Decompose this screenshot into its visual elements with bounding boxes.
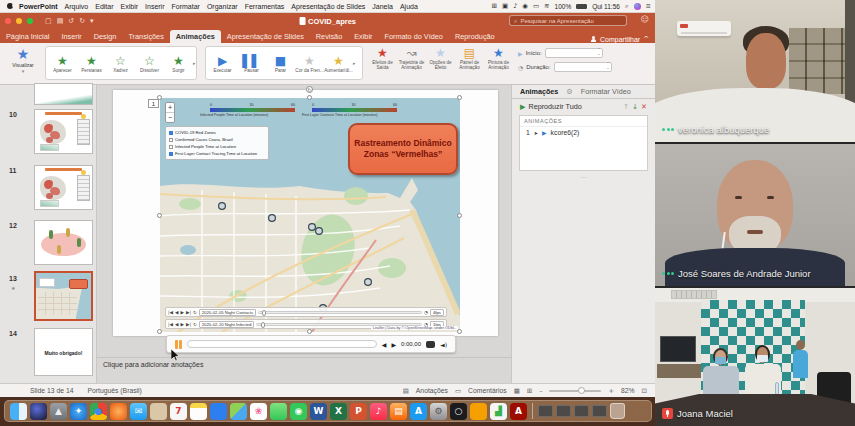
toolbar-caret-icon[interactable]: ▾ — [90, 17, 94, 25]
audio-icon[interactable]: ♪ — [513, 2, 517, 10]
fit-slide-icon[interactable]: ⊡ — [642, 387, 647, 395]
map-zoom-out-button[interactable]: − — [166, 112, 174, 122]
view-normal-icon[interactable]: ▦ — [514, 387, 520, 395]
effect-item[interactable]: ☆ Xadrez — [106, 54, 135, 73]
dock-app-icon[interactable]: ▲ — [50, 403, 67, 420]
dock-app-icon[interactable]: ⚙ — [430, 403, 447, 420]
dock-app-icon[interactable]: ♪ — [370, 403, 387, 420]
timeline-fps[interactable]: 4fps — [430, 309, 444, 316]
zoom-window-button[interactable] — [27, 18, 33, 24]
selection-handle[interactable] — [457, 213, 462, 218]
menubar-item[interactable]: Janela — [372, 3, 393, 10]
timeline-last-button[interactable]: ▶| — [186, 322, 191, 327]
dock-app-icon[interactable]: ✦ — [70, 403, 87, 420]
dock-app-icon[interactable]: X — [330, 403, 347, 420]
playback-item[interactable]: ★ Aumentar/di... — [324, 54, 353, 73]
ribbon-tab[interactable]: Página Inicial — [0, 30, 55, 43]
display-icon[interactable]: ▭ — [533, 2, 539, 10]
menubar-item[interactable]: Ferramentas — [245, 3, 285, 10]
ribbon-tab[interactable]: Apresentação de Slides — [221, 30, 310, 43]
move-down-icon[interactable]: ↓ — [632, 102, 638, 111]
playback-item[interactable]: ■ Parar — [266, 54, 295, 73]
effect-item[interactable]: ★ Aparecer — [48, 54, 77, 73]
minimized-window[interactable] — [574, 405, 589, 417]
timeline-first-button[interactable]: |◀ — [168, 322, 173, 327]
captions-icon[interactable] — [426, 341, 435, 348]
timeline-back-button[interactable]: ◀ — [175, 322, 178, 327]
frame-forward-button[interactable]: ▶ — [391, 341, 396, 348]
video-progress-bar[interactable] — [187, 340, 377, 348]
language-indicator[interactable]: Português (Brasil) — [87, 387, 141, 394]
presentation-search-input[interactable]: ⌕ Pesquisar na Apresentação — [509, 15, 627, 26]
redo-icon[interactable]: ↻ — [79, 17, 85, 25]
dock-app-icon[interactable]: ● — [90, 403, 107, 420]
wifi-icon[interactable]: ≋ — [544, 2, 549, 10]
save-icon[interactable]: ▤ — [57, 17, 64, 25]
dock-app-icon[interactable] — [470, 403, 487, 420]
effect-item[interactable]: ☆ Dissolver — [135, 54, 164, 73]
slide-thumbnail-9[interactable] — [34, 83, 93, 105]
dock-app-icon[interactable]: 7 — [170, 403, 187, 420]
minimize-window-button[interactable] — [16, 18, 22, 24]
zoom-percent[interactable]: 82% — [621, 387, 635, 394]
dock-app-icon[interactable]: ○ — [450, 403, 467, 420]
menubar-item[interactable]: Exibir — [121, 3, 139, 10]
dock-app-icon[interactable] — [110, 403, 127, 420]
participant-tile-3[interactable]: Joana Maciel — [655, 288, 855, 426]
tool-item[interactable]: ★ Efeitos de Saída — [368, 46, 397, 70]
new-doc-icon[interactable]: ▢ — [45, 17, 52, 25]
duration-stepper[interactable] — [554, 62, 612, 72]
pane-tab-animations[interactable]: Animações — [520, 87, 558, 96]
menubar-item[interactable]: Inserir — [145, 3, 164, 10]
timeline-loop-button[interactable]: ↻ — [193, 322, 197, 327]
ribbon-tab[interactable]: Reprodução — [449, 30, 501, 43]
playback-item[interactable]: ★ Cor da Fren... — [295, 54, 324, 73]
dock-app-icon[interactable] — [270, 403, 287, 420]
playback-item[interactable]: ▌▌ Pausar — [237, 54, 266, 73]
timeline-play-button[interactable]: ▶ — [180, 322, 183, 327]
map-zoom-in-button[interactable]: + — [166, 103, 174, 112]
timeline-loop-button[interactable]: ↻ — [193, 310, 197, 315]
pane-tab-format-video[interactable]: Formatar Vídeo — [581, 87, 631, 96]
tool-item[interactable]: ↝ Trajetória de Animação — [397, 46, 426, 70]
preview-button[interactable]: ★ Visualizar ▾ — [3, 46, 43, 74]
minimized-window[interactable] — [592, 405, 607, 417]
menubar-item[interactable]: Apresentação de Slides — [291, 3, 365, 10]
dock-app-icon[interactable]: A — [410, 403, 427, 420]
menubar-clock[interactable]: Qui 11:56 — [592, 3, 620, 10]
checkbox-unchecked[interactable] — [169, 138, 173, 142]
menubar-item[interactable]: Editar — [95, 3, 113, 10]
map-video-object[interactable]: 03060 Infected People Time at Location (… — [160, 98, 460, 332]
timeline-play-button[interactable]: ▶ — [180, 310, 183, 315]
participant-tile-1[interactable]: veronica albuquerque — [655, 0, 855, 142]
notification-center-icon[interactable]: ≡ — [646, 2, 651, 10]
camera-icon[interactable]: ▣ — [502, 2, 508, 10]
selection-handle[interactable] — [157, 329, 162, 334]
selection-handle[interactable] — [307, 95, 312, 100]
timeline-first-button[interactable]: |◀ — [168, 310, 173, 315]
frame-back-button[interactable]: ◀ — [382, 341, 387, 348]
collapse-ribbon-icon[interactable]: ^ — [643, 35, 649, 43]
animation-list-item[interactable]: 1 ➤ ▶ kcore6(2) — [520, 127, 647, 138]
status-circle-icon[interactable]: ◉ — [522, 2, 528, 10]
close-window-button[interactable] — [5, 18, 11, 24]
notes-placeholder[interactable]: Clique para adicionar anotações — [103, 361, 203, 368]
play-all-button[interactable]: Reproduzir Tudo — [529, 102, 582, 111]
ribbon-tab[interactable]: Animações — [170, 30, 221, 43]
feedback-smiley-icon[interactable]: ☺ — [641, 15, 649, 24]
effect-item[interactable]: ★ Surgir — [164, 54, 193, 73]
zoom-out-icon[interactable]: – — [539, 387, 542, 395]
ribbon-tab[interactable]: Formato do Vídeo — [378, 30, 448, 43]
tool-item[interactable]: ▤ Painel de Animação — [455, 46, 484, 70]
tool-item[interactable]: ★ Opções de Efeito — [426, 46, 455, 70]
move-up-icon[interactable]: ↑ — [623, 102, 629, 111]
dock-app-icon[interactable]: ✉ — [130, 403, 147, 420]
delete-animation-icon[interactable]: ✕ — [641, 102, 647, 111]
zoom-in-icon[interactable]: + — [608, 387, 613, 395]
selection-handle[interactable] — [457, 95, 462, 100]
dock-app-icon[interactable]: ◉ — [290, 403, 307, 420]
dock-app-icon[interactable] — [150, 403, 167, 420]
view-sorter-icon[interactable]: ⊞ — [527, 387, 532, 395]
dock-app-icon[interactable] — [210, 403, 227, 420]
notes-toggle[interactable]: Anotações — [416, 387, 448, 394]
